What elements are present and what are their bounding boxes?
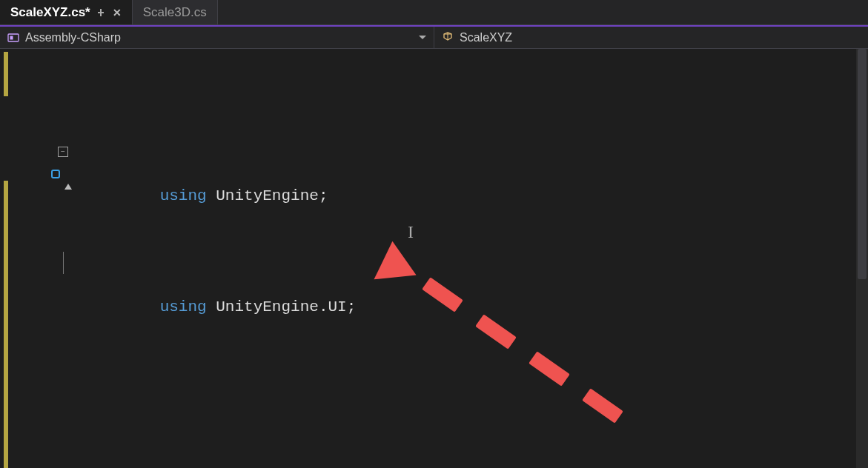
tab-scalexyz[interactable]: ScaleXYZ.cs* ✕ xyxy=(0,0,133,24)
change-indicator xyxy=(4,52,8,96)
tab-label: Scale3D.cs xyxy=(143,5,207,20)
code-line-blank[interactable] xyxy=(74,407,868,429)
code-line-blank[interactable] xyxy=(74,341,868,363)
nav-project-dropdown[interactable]: Assembly-CSharp xyxy=(0,27,434,48)
document-tab-bar: ScaleXYZ.cs* ✕ Scale3D.cs xyxy=(0,0,868,25)
nav-project-label: Assembly-CSharp xyxy=(25,31,121,44)
svg-rect-1 xyxy=(10,36,13,39)
tab-label: ScaleXYZ.cs* xyxy=(10,5,90,20)
svg-rect-0 xyxy=(8,34,19,41)
class-icon xyxy=(442,32,454,44)
vertical-scrollbar[interactable] xyxy=(856,49,868,468)
code-line[interactable]: − using UnityEngine; xyxy=(74,141,868,163)
navigation-bar: Assembly-CSharp ScaleXYZ xyxy=(0,27,868,49)
change-indicator xyxy=(4,181,8,468)
close-icon[interactable]: ✕ xyxy=(113,7,122,19)
code-area[interactable]: − using UnityEngine; using UnityEngine.U… xyxy=(74,49,868,468)
csharp-project-icon xyxy=(7,32,19,44)
implements-icon[interactable] xyxy=(26,166,42,182)
tab-scale3d[interactable]: Scale3D.cs xyxy=(133,0,218,24)
code-editor[interactable]: − using UnityEngine; using UnityEngine.U… xyxy=(0,49,868,468)
nav-member-label: ScaleXYZ xyxy=(460,31,512,44)
outline-collapse-icon[interactable]: − xyxy=(58,147,68,157)
scroll-thumb[interactable] xyxy=(858,49,867,279)
nav-member-dropdown[interactable]: ScaleXYZ xyxy=(434,27,868,48)
pin-icon[interactable] xyxy=(98,9,105,16)
chevron-down-icon xyxy=(419,36,426,39)
outline-guide xyxy=(63,252,64,274)
code-line[interactable]: using UnityEngine.UI; xyxy=(74,252,868,274)
mouse-ibeam-cursor: I xyxy=(408,221,414,243)
